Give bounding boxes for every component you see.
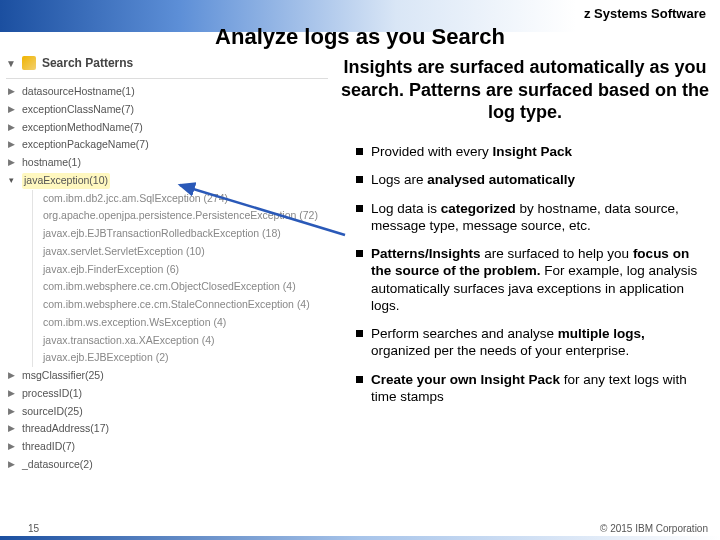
tree-children: com.ibm.db2.jcc.am.SqlException (274) or… <box>32 190 328 368</box>
bullet-icon <box>356 250 363 257</box>
collapse-icon: ▼ <box>6 58 16 69</box>
slide: z Systems Software Analyze logs as you S… <box>0 0 720 540</box>
copyright: © 2015 IBM Corporation <box>600 523 708 534</box>
tree-row[interactable]: ▶datasourceHostname(1) <box>6 83 328 101</box>
subtitle: Insights are surfaced automatically as y… <box>340 56 710 124</box>
tree-row-expanded[interactable]: ▾javaException(10) <box>6 172 328 190</box>
tree-row[interactable]: ▶exceptionPackageName(7) <box>6 136 328 154</box>
chevron-right-icon: ▶ <box>6 458 16 472</box>
chevron-right-icon: ▶ <box>6 121 16 135</box>
patterns-icon <box>22 56 36 70</box>
chevron-down-icon: ▾ <box>6 174 16 188</box>
tree-row[interactable]: ▶_datasource(2) <box>6 456 328 474</box>
bullet-item: Patterns/Insights are surfaced to help y… <box>356 245 704 314</box>
bullet-item: Perform searches and analyse multiple lo… <box>356 325 704 360</box>
tree-row[interactable]: ▶processID(1) <box>6 385 328 403</box>
chevron-right-icon: ▶ <box>6 156 16 170</box>
tree-child[interactable]: org.apache.openjpa.persistence.Persisten… <box>43 207 328 225</box>
bullet-icon <box>356 205 363 212</box>
tree-child[interactable]: javax.ejb.EJBException (2) <box>43 349 328 367</box>
bullet-list: Provided with every Insight Pack Logs ar… <box>356 143 704 416</box>
tree-row[interactable]: ▶exceptionClassName(7) <box>6 101 328 119</box>
bullet-icon <box>356 330 363 337</box>
tree-child[interactable]: javax.ejb.FinderException (6) <box>43 261 328 279</box>
footer-gradient <box>0 536 720 540</box>
search-patterns-header: ▼ Search Patterns <box>6 56 133 70</box>
tree-child[interactable]: javax.transaction.xa.XAException (4) <box>43 332 328 350</box>
brand-label: z Systems Software <box>584 6 706 21</box>
bullet-icon <box>356 148 363 155</box>
tree-child[interactable]: javax.servlet.ServletException (10) <box>43 243 328 261</box>
tree-child[interactable]: com.ibm.ws.exception.WsException (4) <box>43 314 328 332</box>
tree-child[interactable]: javax.ejb.EJBTransactionRolledbackExcept… <box>43 225 328 243</box>
java-exception-label: javaException(10) <box>22 173 110 189</box>
tree-row[interactable]: ▶threadID(7) <box>6 438 328 456</box>
chevron-right-icon: ▶ <box>6 440 16 454</box>
chevron-right-icon: ▶ <box>6 387 16 401</box>
chevron-right-icon: ▶ <box>6 85 16 99</box>
chevron-right-icon: ▶ <box>6 405 16 419</box>
tree-child[interactable]: com.ibm.websphere.ce.cm.ObjectClosedExce… <box>43 278 328 296</box>
page-title: Analyze logs as you Search <box>0 24 720 50</box>
panel-header-label: Search Patterns <box>42 56 133 70</box>
bullet-item: Logs are analysed automatically <box>356 171 704 188</box>
bullet-item: Create your own Insight Pack for any tex… <box>356 371 704 406</box>
chevron-right-icon: ▶ <box>6 369 16 383</box>
tree-row[interactable]: ▶threadAddress(17) <box>6 420 328 438</box>
bullet-icon <box>356 376 363 383</box>
tree-child[interactable]: com.ibm.websphere.ce.cm.StaleConnectionE… <box>43 296 328 314</box>
tree-child[interactable]: com.ibm.db2.jcc.am.SqlException (274) <box>43 190 328 208</box>
bullet-item: Provided with every Insight Pack <box>356 143 704 160</box>
bullet-icon <box>356 176 363 183</box>
tree-row[interactable]: ▶sourceID(25) <box>6 403 328 421</box>
chevron-right-icon: ▶ <box>6 422 16 436</box>
page-number: 15 <box>28 523 39 534</box>
tree-row[interactable]: ▶hostname(1) <box>6 154 328 172</box>
pattern-tree: ▶datasourceHostname(1) ▶exceptionClassNa… <box>6 76 328 474</box>
chevron-right-icon: ▶ <box>6 103 16 117</box>
chevron-right-icon: ▶ <box>6 138 16 152</box>
tree-row[interactable]: ▶exceptionMethodName(7) <box>6 119 328 137</box>
tree-row[interactable]: ▶msgClassifier(25) <box>6 367 328 385</box>
bullet-item: Log data is categorized by hostname, dat… <box>356 200 704 235</box>
